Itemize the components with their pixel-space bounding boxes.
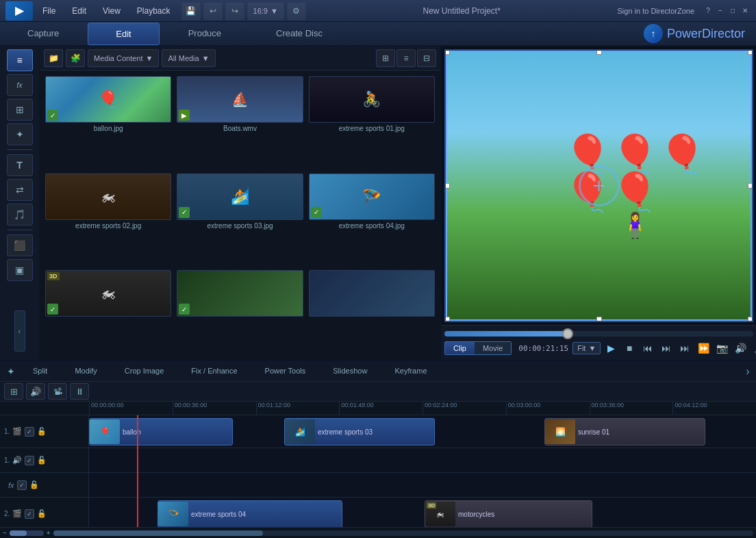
- timeline-camera-btn[interactable]: 📽: [48, 383, 67, 400]
- timeline-marker-btn[interactable]: ⏸: [70, 383, 89, 400]
- sign-in-link[interactable]: Sign in to DirectorZone: [618, 7, 695, 15]
- clip-ballon[interactable]: 🎈 ballon: [89, 418, 233, 445]
- fit-dropdown[interactable]: Fit▼: [572, 342, 601, 354]
- tab-power-tools[interactable]: Power Tools: [251, 364, 320, 379]
- zoom-in-btn[interactable]: +: [47, 529, 51, 537]
- sidebar-fx-btn[interactable]: fx: [7, 74, 33, 96]
- sidebar-overlay-btn[interactable]: ✦: [7, 123, 33, 145]
- tab-split[interactable]: Split: [19, 364, 61, 379]
- sidebar-pip-btn[interactable]: ⊞: [7, 99, 33, 121]
- media-import-btn[interactable]: 📁: [44, 49, 63, 67]
- save-button[interactable]: 💾: [181, 2, 201, 20]
- clip-motorcycles[interactable]: 3D 🏍 motorcycles: [425, 500, 592, 527]
- menu-file[interactable]: File: [40, 5, 58, 17]
- menu-bar: File Edit View Playback: [40, 5, 173, 17]
- tab-slideshow[interactable]: Slideshow: [319, 364, 381, 379]
- tab-movie[interactable]: Movie: [475, 342, 511, 354]
- media-item-extreme01[interactable]: 🚴 extreme sports 01.jpg: [309, 76, 435, 168]
- media-thumb-boats: ⛵ ▶: [177, 76, 303, 123]
- zoom-slider[interactable]: [10, 530, 44, 536]
- prev-frame-btn[interactable]: ⏮: [639, 339, 657, 357]
- tab-keyframe[interactable]: Keyframe: [381, 364, 440, 379]
- preview-add-btn[interactable]: +: [579, 165, 620, 206]
- track-lock-v2[interactable]: 🔓: [37, 509, 47, 518]
- media-item-9[interactable]: [309, 270, 435, 354]
- media-item-extreme03[interactable]: 🏄 ✓ extreme sports 03.jpg: [177, 173, 303, 265]
- seek-thumb[interactable]: [562, 328, 573, 339]
- minimize-button[interactable]: −: [715, 5, 726, 16]
- undo-button[interactable]: ↩: [203, 2, 223, 20]
- media-item-moto[interactable]: 🏍 3D ✓: [45, 270, 171, 354]
- maximize-button[interactable]: □: [727, 5, 738, 16]
- track-check-fx[interactable]: ✓: [17, 480, 27, 490]
- media-item-extreme04[interactable]: 🪂 ✓ extreme sports 04.jpg: [309, 173, 435, 265]
- tab-produce[interactable]: Produce: [161, 23, 249, 45]
- media-plugin-btn[interactable]: 🧩: [66, 49, 85, 67]
- track-check-a1[interactable]: ✓: [25, 456, 34, 465]
- track-lock-a1[interactable]: 🔓: [37, 456, 47, 465]
- clip-extreme04[interactable]: 🪂 extreme sports 04: [158, 500, 342, 527]
- close-button[interactable]: ✕: [740, 5, 751, 16]
- timeline-magic-btn[interactable]: ✦: [3, 363, 19, 380]
- menu-edit[interactable]: Edit: [69, 5, 89, 17]
- ratio-dropdown[interactable]: 16:9▼: [247, 2, 284, 20]
- track-num-v2: 2.: [4, 510, 10, 517]
- ruler-mark-0: 00:00:00:00: [89, 402, 173, 415]
- tab-modify[interactable]: Modify: [61, 364, 110, 379]
- help-button[interactable]: ?: [703, 5, 714, 16]
- play-button[interactable]: ▶: [602, 339, 620, 357]
- timeline-expand-btn[interactable]: ›: [742, 361, 753, 381]
- stop-button[interactable]: ■: [620, 339, 638, 357]
- sidebar-transition-btn[interactable]: ⇄: [7, 179, 33, 201]
- sidebar-screen-rec-btn[interactable]: ▣: [7, 259, 33, 281]
- seek-bar[interactable]: [444, 331, 753, 337]
- prev-clip-btn[interactable]: ⏭: [657, 339, 675, 357]
- track-lock-fx[interactable]: 🔓: [29, 480, 39, 489]
- zoom-out-btn[interactable]: −: [3, 529, 7, 537]
- timeline-audio-btn[interactable]: 🔊: [26, 383, 45, 400]
- media-thumb-extreme04: 🪂 ✓: [309, 173, 435, 220]
- media-item-boats[interactable]: ⛵ ▶ Boats.wmv: [177, 76, 303, 168]
- preview-canvas: 🎈🎈🎈🎈🎈 🧍‍♀️ +: [444, 49, 753, 322]
- media-sort-btn[interactable]: ⊟: [417, 49, 436, 67]
- track-check-v2[interactable]: ✓: [25, 509, 34, 519]
- settings-button[interactable]: ⚙: [287, 2, 306, 20]
- audio-settings-btn[interactable]: 🎵: [750, 339, 756, 357]
- fast-fwd-btn[interactable]: ⏩: [694, 339, 712, 357]
- media-item-extreme02[interactable]: 🏍 extreme sports 02.jpg: [45, 173, 171, 265]
- tab-capture[interactable]: Capture: [0, 23, 86, 45]
- volume-btn[interactable]: 🔊: [731, 339, 749, 357]
- clip-sunrise01[interactable]: 🌅 sunrise 01: [544, 418, 705, 445]
- screenshot-btn[interactable]: 📷: [713, 339, 731, 357]
- media-toolbar: 📁 🧩 Media Content▼ All Media▼ ⊞ ≡ ⊟: [40, 47, 440, 71]
- view-grid-btn[interactable]: ⊞: [376, 49, 395, 67]
- view-list-btn[interactable]: ≡: [396, 49, 416, 67]
- sidebar-title-btn[interactable]: T: [7, 154, 33, 176]
- timeline-tracks: 1. 🎬 ✓ 🔓 🎈 ballon 🏄 ext: [0, 415, 756, 527]
- tab-edit[interactable]: Edit: [88, 23, 159, 45]
- sidebar-audio-btn[interactable]: 🎵: [7, 204, 33, 225]
- media-item-balloon[interactable]: 🎈 ✓ ballon.jpg: [45, 76, 171, 168]
- tab-crop[interactable]: Crop Image: [111, 364, 177, 379]
- redo-button[interactable]: ↪: [225, 2, 244, 20]
- tab-fix[interactable]: Fix / Enhance: [177, 364, 251, 379]
- h-scroll-thumb[interactable]: [53, 530, 264, 536]
- track-lock-v1[interactable]: 🔓: [37, 427, 47, 436]
- timeline-tabs: ✦ Split Modify Crop Image Fix / Enhance …: [0, 361, 756, 382]
- sidebar-expand-btn[interactable]: ‹: [14, 310, 25, 352]
- track-check-v1[interactable]: ✓: [25, 427, 34, 437]
- tab-clip[interactable]: Clip: [445, 342, 475, 354]
- timeline-view-btn[interactable]: ⊞: [4, 383, 23, 400]
- menu-view[interactable]: View: [100, 5, 123, 17]
- sidebar-media-btn[interactable]: ≡: [7, 49, 33, 71]
- media-content-dropdown[interactable]: Media Content▼: [88, 49, 159, 67]
- sidebar-subtitle-btn[interactable]: ⬛: [7, 234, 33, 256]
- next-frame-btn[interactable]: ⏭: [676, 339, 694, 357]
- menu-playback[interactable]: Playback: [134, 5, 173, 17]
- tab-create-disc[interactable]: Create Disc: [249, 23, 350, 45]
- media-item-8[interactable]: ✓: [177, 270, 303, 354]
- media-filter-dropdown[interactable]: All Media▼: [162, 49, 215, 67]
- clip-extreme03[interactable]: 🏄 extreme sports 03: [284, 418, 435, 445]
- seek-progress: [444, 331, 568, 337]
- h-scroll-track[interactable]: [53, 530, 753, 536]
